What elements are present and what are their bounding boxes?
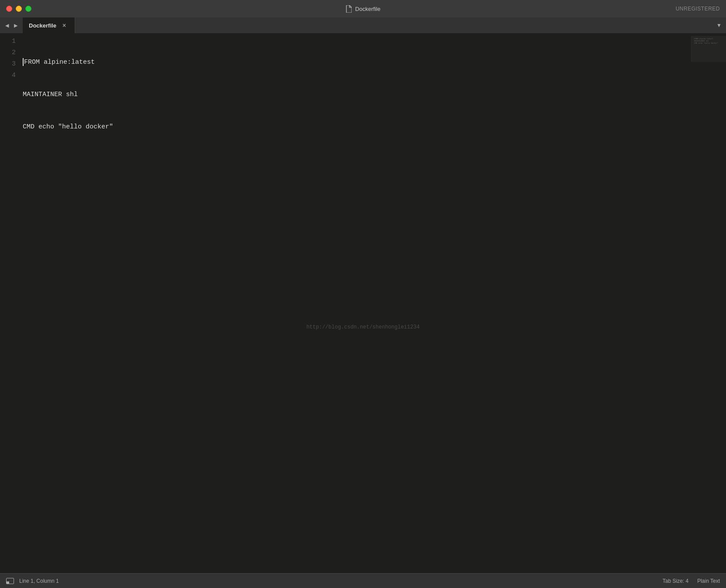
tab-dropdown-button[interactable]: ▼ <box>716 22 722 28</box>
window-title: Dockerfile <box>346 5 380 13</box>
status-left: Line 1, Column 1 <box>6 578 59 584</box>
tab-close-button[interactable]: × <box>62 22 66 29</box>
code-line-1: FROM alpine:latest <box>21 57 726 68</box>
tab-next-button[interactable]: ▶ <box>12 22 19 29</box>
tab-dockerfile[interactable]: Dockerfile × <box>23 17 75 33</box>
cursor-position[interactable]: Line 1, Column 1 <box>19 578 59 584</box>
title-bar: Dockerfile UNREGISTERED <box>0 0 726 17</box>
tab-nav-buttons: ◀ ▶ <box>0 17 23 33</box>
line-number-4: 4 <box>0 70 16 81</box>
traffic-lights <box>6 6 31 12</box>
status-bar: Line 1, Column 1 Tab Size: 4 Plain Text <box>0 573 726 588</box>
status-right: Tab Size: 4 Plain Text <box>663 578 720 584</box>
line-number-1: 1 <box>0 36 16 47</box>
tab-size[interactable]: Tab Size: 4 <box>663 578 688 584</box>
unregistered-label: UNREGISTERED <box>676 6 720 12</box>
syntax-type[interactable]: Plain Text <box>697 578 720 584</box>
code-line-3: CMD echo "hello docker" <box>21 121 726 133</box>
minimize-button[interactable] <box>16 6 22 12</box>
close-button[interactable] <box>6 6 12 12</box>
tab-label: Dockerfile <box>29 22 56 29</box>
tab-prev-button[interactable]: ◀ <box>3 22 10 29</box>
line-number-3: 3 <box>0 59 16 70</box>
title-text: Dockerfile <box>355 6 380 12</box>
minimap: FROM alpine:latest MAINTAINER shl CMD ec… <box>691 36 726 62</box>
editor-area[interactable]: 1 2 3 4 FROM alpine:latest MAINTAINER sh… <box>0 33 726 573</box>
code-line-4 <box>21 154 726 165</box>
watermark: http://blog.csdn.net/shenhonglei1234 <box>306 324 419 330</box>
minimap-text: FROM alpine:latest MAINTAINER shl CMD ec… <box>691 36 726 46</box>
code-content[interactable]: FROM alpine:latest MAINTAINER shl CMD ec… <box>21 33 726 573</box>
maximize-button[interactable] <box>25 6 31 12</box>
line-numbers: 1 2 3 4 <box>0 33 21 573</box>
line-number-2: 2 <box>0 47 16 59</box>
code-line-2: MAINTAINER shl <box>21 89 726 100</box>
tab-bar: ◀ ▶ Dockerfile × ▼ <box>0 17 726 33</box>
file-icon <box>346 5 352 13</box>
status-file-icon <box>6 578 14 584</box>
